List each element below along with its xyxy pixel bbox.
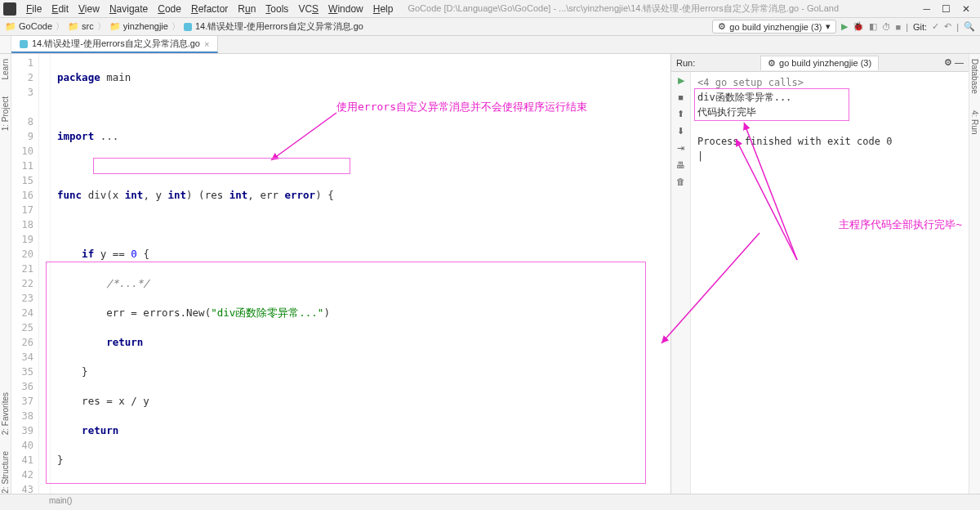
menu-tools[interactable]: Tools: [261, 2, 293, 16]
status-bar: main(): [0, 494, 980, 510]
crumb[interactable]: 📁 yinzhengjie: [109, 21, 168, 32]
run-title: Run:: [676, 58, 695, 68]
search-icon[interactable]: 🔍: [964, 21, 975, 32]
go-file-icon: [20, 40, 28, 48]
coverage-icon[interactable]: ◧: [869, 21, 877, 32]
menu-run[interactable]: Run: [233, 2, 261, 16]
debug-icon[interactable]: 🐞: [853, 21, 864, 32]
stop-icon[interactable]: ■: [678, 92, 684, 102]
exit-line: Process finished with exit code 0: [697, 134, 962, 149]
status-context: main(): [49, 496, 72, 505]
setup-calls: <4 go setup calls>: [697, 75, 962, 90]
output-line: div函数除零异常...: [697, 90, 962, 105]
menu-navigate[interactable]: Navigate: [105, 2, 153, 16]
stripe-run[interactable]: 4: Run: [970, 110, 979, 134]
code-editor[interactable]: 123 891011 15161718 192021 22232425 2634…: [11, 54, 670, 494]
profile-icon[interactable]: ⏱: [882, 22, 891, 32]
stripe-project[interactable]: 1: Project: [1, 96, 10, 131]
title-path: GoCode [D:\Language\Go\GoCode] - ...\src…: [408, 2, 923, 15]
stripe-structure[interactable]: 2: Structure: [1, 451, 10, 494]
left-stripe-bottom: 2: Structure 2: Favorites: [0, 330, 11, 494]
crumb[interactable]: 📁 src: [68, 21, 94, 32]
editor-tabs: 14.错误处理-使用errors自定义异常消息.go ×: [0, 36, 980, 54]
crumb-file[interactable]: 14.错误处理-使用errors自定义异常消息.go: [195, 20, 363, 33]
print-icon[interactable]: 🖶: [676, 160, 685, 170]
gear-icon[interactable]: ⚙: [944, 57, 952, 67]
fold-gutter[interactable]: [39, 54, 51, 494]
window-controls: ─ ☐ ✕: [923, 3, 977, 15]
console-output[interactable]: <4 go setup calls> div函数除零异常... 代码执行完毕 P…: [691, 72, 969, 494]
close-icon[interactable]: ✕: [962, 3, 970, 15]
git-label: Git:: [913, 22, 927, 32]
menu-bar: File Edit View Navigate Code Refactor Ru…: [0, 0, 980, 18]
code-area[interactable]: package main import ... func div(x int, …: [51, 54, 670, 494]
tab-file[interactable]: 14.错误处理-使用errors自定义异常消息.go ×: [11, 36, 218, 53]
run-config-selector[interactable]: ⚙ go build yinzhengjie (3) ▾: [712, 20, 835, 34]
menu-file[interactable]: File: [21, 2, 47, 16]
menu-window[interactable]: Window: [323, 2, 368, 16]
menu-vcs[interactable]: VCS: [293, 2, 323, 16]
navigation-bar: 📁 GoCode〉 📁 src〉 📁 yinzhengjie〉 14.错误处理-…: [0, 18, 980, 36]
stripe-learn[interactable]: Learn: [1, 59, 10, 80]
run-tool-window: Run: ⚙ go build yinzhengjie (3) ⚙ — ▶ ■ …: [670, 54, 969, 494]
menu-help[interactable]: Help: [368, 2, 399, 16]
hide-icon[interactable]: —: [955, 57, 964, 67]
menu-edit[interactable]: Edit: [47, 2, 74, 16]
run-icon[interactable]: ▶: [841, 21, 848, 32]
git-update-icon[interactable]: ✓: [932, 21, 939, 32]
tab-label: 14.错误处理-使用errors自定义异常消息.go: [32, 38, 200, 50]
run-tab[interactable]: ⚙ go build yinzhengjie (3): [760, 56, 879, 70]
stripe-favorites[interactable]: 2: Favorites: [1, 392, 10, 435]
app-logo: [3, 2, 16, 16]
main-area: Learn 1: Project 123 891011 15161718 192…: [0, 54, 980, 494]
right-stripe: Database 4: Run: [969, 54, 980, 494]
crumb[interactable]: 📁 GoCode: [5, 21, 52, 32]
stop-icon[interactable]: ■: [896, 22, 902, 32]
maximize-icon[interactable]: ☐: [942, 3, 951, 15]
minimize-icon[interactable]: ─: [923, 3, 930, 15]
line-gutter: 123 891011 15161718 192021 22232425 2634…: [11, 54, 39, 494]
stripe-database[interactable]: Database: [970, 59, 979, 94]
menu-code[interactable]: Code: [153, 2, 186, 16]
menu-view[interactable]: View: [74, 2, 105, 16]
wrap-icon[interactable]: ⇥: [677, 143, 684, 154]
go-file-icon: [184, 23, 192, 31]
rerun-icon[interactable]: ▶: [678, 75, 684, 86]
run-header: Run: ⚙ go build yinzhengjie (3) ⚙ —: [671, 54, 969, 72]
run-toolbar: ▶ ■ ⬆ ⬇ ⇥ 🖶 🗑: [671, 72, 691, 494]
tab-close-icon[interactable]: ×: [204, 39, 209, 49]
trash-icon[interactable]: 🗑: [676, 177, 685, 186]
up-icon[interactable]: ⬆: [677, 109, 684, 119]
git-revert-icon[interactable]: ↶: [944, 21, 951, 32]
output-line: 代码执行完毕: [697, 105, 962, 119]
down-icon[interactable]: ⬇: [677, 126, 684, 136]
menu-refactor[interactable]: Refactor: [186, 2, 233, 16]
